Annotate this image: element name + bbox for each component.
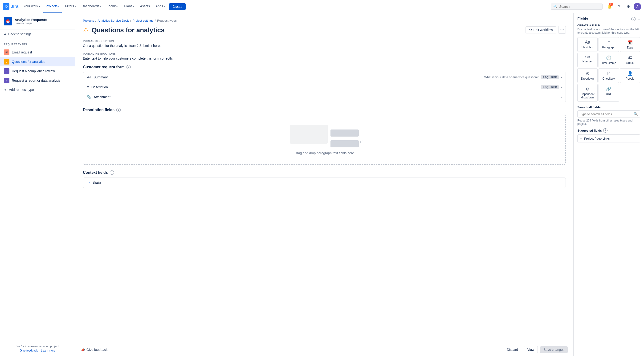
- nav-filters[interactable]: Filters ▾: [63, 0, 78, 13]
- create-button[interactable]: Create: [169, 3, 186, 10]
- sidebar-item-email-request[interactable]: ✉ Email request: [0, 47, 75, 57]
- nav-plans[interactable]: Plans ▾: [122, 0, 136, 13]
- right-panel: Fields i ⌄ CREATE A FIELD Drag a field t…: [573, 13, 644, 356]
- summary-chevron-icon: ›: [560, 75, 562, 79]
- back-to-settings[interactable]: ◀ Back to settings: [0, 29, 75, 39]
- drop-zone-side: ↩: [330, 129, 359, 147]
- page-header: ⚠ Questions for analytics ⚙ Edit workflo…: [83, 26, 566, 34]
- breadcrumb-service-desk[interactable]: Analytics Service Desk: [98, 19, 129, 22]
- portal-instructions-section: Portal instructions Enter text to help y…: [83, 52, 566, 60]
- create-field-title: CREATE A FIELD: [577, 24, 640, 27]
- reuse-text: Reuse 204 fields from other issue types …: [577, 119, 640, 125]
- page-title: Questions for analytics: [92, 26, 165, 34]
- view-button[interactable]: View: [524, 346, 538, 353]
- sidebar-footer: You're in a team-managed project Give fe…: [0, 341, 75, 356]
- field-type-people[interactable]: 👤 People: [620, 68, 640, 83]
- give-feedback-link[interactable]: Give feedback: [20, 349, 38, 352]
- field-type-checkbox[interactable]: ☑ Checkbox: [598, 68, 619, 83]
- footer-text: You're in a team-managed project: [4, 345, 71, 348]
- portal-instructions-label: Portal instructions: [83, 52, 566, 55]
- settings-button[interactable]: ⚙: [624, 2, 633, 11]
- field-type-number[interactable]: 123 Number: [577, 53, 598, 67]
- sidebar-item-questions-analytics[interactable]: ? Questions for analytics: [0, 57, 75, 66]
- context-fields-info-icon[interactable]: i: [110, 170, 114, 175]
- summary-field[interactable]: Aa Summary What is your data or analytic…: [83, 72, 566, 82]
- nav-your-work[interactable]: Your work ▾: [21, 0, 42, 13]
- page-header-actions: ⚙ Edit workflow •••: [526, 26, 566, 34]
- attachment-field[interactable]: 📎 Attachment ›: [83, 92, 566, 102]
- field-type-labels[interactable]: 🏷 Labels: [620, 53, 640, 67]
- field-type-dependent-dropdown[interactable]: ⊙ Dependent dropdown: [577, 84, 598, 102]
- people-icon: 👤: [628, 71, 633, 76]
- description-fields-drop-zone[interactable]: ↩ Drag and drop paragraph text fields he…: [83, 115, 566, 165]
- url-icon: 🔗: [606, 86, 611, 92]
- field-types-grid: Aa Short text ≡ Paragraph 📅 Date 123 Num…: [577, 37, 640, 102]
- nav-dashboards[interactable]: Dashboards ▾: [79, 0, 104, 13]
- more-options-button[interactable]: •••: [558, 26, 566, 34]
- search-box[interactable]: 🔍: [551, 3, 602, 10]
- suggested-info-icon[interactable]: i: [603, 128, 608, 133]
- more-icon: •••: [560, 28, 564, 32]
- sidebar-item-compliance-review[interactable]: ≡ Request a compliance review: [0, 66, 75, 76]
- short-text-icon: Aa: [585, 40, 590, 45]
- attachment-field-icon: 📎: [87, 95, 92, 99]
- jira-logo-text: Jira: [11, 4, 18, 9]
- description-field-icon: ≡: [87, 85, 89, 89]
- nav-projects[interactable]: Projects ▾: [43, 0, 62, 13]
- fields-collapse-button[interactable]: ⌄: [638, 17, 640, 21]
- drop-zone-with-cursor: ↩: [330, 138, 359, 147]
- breadcrumb-projects[interactable]: Projects: [83, 19, 94, 22]
- jira-logo[interactable]: ⬡ Jira: [3, 3, 18, 10]
- notif-badge: 9+: [609, 3, 614, 6]
- fields-info-icon[interactable]: i: [631, 17, 636, 21]
- add-request-type[interactable]: ＋ Add request type: [0, 85, 75, 94]
- breadcrumb-project-settings[interactable]: Project settings: [132, 19, 153, 22]
- request-types-heading: Request types: [0, 39, 75, 47]
- field-type-dropdown[interactable]: ⊙ Dropdown: [577, 68, 598, 83]
- sidebar-item-report-analysis[interactable]: ≡ Request a report or data analysis: [0, 76, 75, 85]
- avatar[interactable]: A: [634, 3, 641, 10]
- field-type-short-text[interactable]: Aa Short text: [577, 37, 598, 52]
- nav-apps-chevron: ▾: [164, 5, 165, 7]
- field-type-paragraph[interactable]: ≡ Paragraph: [598, 37, 619, 52]
- description-fields-heading: Description fields i: [83, 108, 566, 112]
- dependent-dropdown-icon: ⊙: [586, 86, 589, 92]
- learn-more-link[interactable]: Learn more: [41, 349, 55, 352]
- search-all-input[interactable]: [580, 112, 632, 116]
- portal-description-section: Portal description Got a question for th…: [83, 39, 566, 47]
- notifications-button[interactable]: 🔔 9+: [605, 2, 614, 11]
- customer-form-info-icon[interactable]: i: [126, 65, 131, 69]
- description-fields-info-icon[interactable]: i: [116, 108, 120, 112]
- breadcrumb-sep-3: /: [155, 19, 156, 22]
- nav-dashboards-chevron: ▾: [100, 5, 101, 7]
- field-type-timestamp[interactable]: 🕐 Time stamp: [598, 53, 619, 67]
- search-input[interactable]: [559, 5, 600, 8]
- questions-analytics-label: Questions for analytics: [12, 60, 45, 63]
- discard-button[interactable]: Discard: [504, 346, 521, 353]
- suggested-field-project-page-links[interactable]: ═ Project Page Links: [577, 134, 640, 142]
- feedback-icon: 📣: [81, 348, 85, 352]
- save-changes-button[interactable]: Save changes: [540, 346, 568, 353]
- search-all-input-wrap[interactable]: 🔍: [577, 110, 640, 117]
- topnav: ⬡ Jira Your work ▾ Projects ▾ Filters ▾ …: [0, 0, 644, 13]
- field-type-date[interactable]: 📅 Date: [620, 37, 640, 52]
- nav-plans-chevron: ▾: [133, 5, 134, 7]
- description-field[interactable]: ≡ Description REQUIRED ›: [83, 82, 566, 92]
- suggested-label: Suggested fields i: [577, 128, 640, 133]
- give-feedback-button[interactable]: 📣 Give feedback: [81, 348, 108, 352]
- nav-teams[interactable]: Teams ▾: [104, 0, 121, 13]
- checkbox-icon: ☑: [607, 71, 610, 76]
- email-request-label: Email request: [12, 50, 32, 54]
- help-button[interactable]: ?: [615, 2, 623, 11]
- field-type-url[interactable]: 🔗 URL: [598, 84, 619, 102]
- project-page-links-icon: ═: [580, 137, 582, 140]
- labels-icon: 🏷: [628, 55, 632, 60]
- search-all-icon: 🔍: [634, 112, 638, 116]
- search-icon: 🔍: [553, 5, 557, 8]
- nav-assets[interactable]: Assets: [138, 0, 152, 13]
- paragraph-icon: ≡: [608, 40, 610, 45]
- edit-workflow-button[interactable]: ⚙ Edit workflow: [526, 26, 556, 33]
- nav-apps[interactable]: Apps ▾: [153, 0, 167, 13]
- status-context-field[interactable]: → Status: [83, 178, 566, 188]
- drop-zone-visual: ↩: [290, 125, 359, 147]
